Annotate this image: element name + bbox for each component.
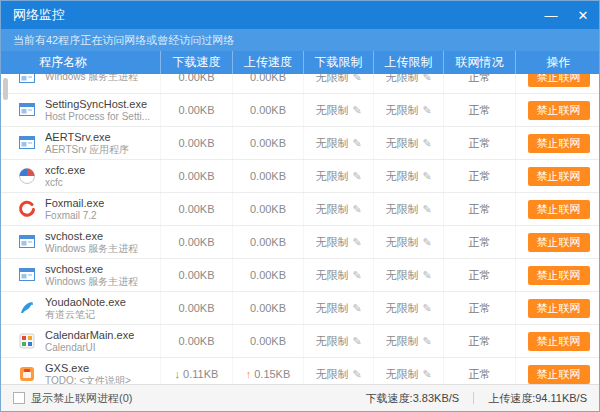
- gxs-icon: [17, 364, 37, 384]
- program-cell: Foxmail.exe Foxmail 7.2: [1, 193, 161, 225]
- download-limit-cell: 无限制✎: [304, 160, 374, 192]
- download-limit-value: 无限制: [315, 202, 348, 217]
- action-cell: 禁止联网: [516, 325, 599, 357]
- upload-limit-cell: 无限制✎: [374, 358, 444, 384]
- calendar-icon: [17, 331, 37, 351]
- block-network-button[interactable]: 禁止联网: [528, 167, 590, 186]
- download-speed-cell: 0.00KB: [161, 292, 233, 324]
- program-desc: AERTSrv 应用程序: [45, 144, 129, 156]
- block-network-button[interactable]: 禁止联网: [528, 299, 590, 318]
- table-header: 程序名称 下载速度 上传速度 下载限制 上传限制 联网情况 操作: [1, 51, 599, 74]
- block-network-button[interactable]: 禁止联网: [528, 200, 590, 219]
- program-desc: Foxmail 7.2: [45, 210, 104, 222]
- close-icon: ✕: [578, 8, 589, 23]
- edit-icon[interactable]: ✎: [422, 269, 431, 282]
- foxmail-icon: [17, 199, 37, 219]
- network-status: 正常: [444, 94, 516, 126]
- scrollbar-thumb[interactable]: [3, 78, 8, 100]
- block-network-button[interactable]: 禁止联网: [528, 365, 590, 384]
- upload-limit-cell: 无限制✎: [374, 94, 444, 126]
- edit-icon[interactable]: ✎: [422, 170, 431, 183]
- action-cell: 禁止联网: [516, 193, 599, 225]
- download-limit-value: 无限制: [315, 268, 348, 283]
- network-status: 正常: [444, 127, 516, 159]
- edit-icon[interactable]: ✎: [422, 74, 431, 84]
- download-speed-cell: 0.00KB: [161, 74, 233, 93]
- minimize-button[interactable]: —: [535, 1, 567, 29]
- action-cell: 禁止联网: [516, 358, 599, 384]
- upload-limit-value: 无限制: [385, 301, 418, 316]
- upload-limit-cell: 无限制✎: [374, 193, 444, 225]
- table-body: Windows 服务主进程 0.00KB 0.00KB 无限制✎ 无限制✎ 正常…: [1, 74, 599, 384]
- header-status: 联网情况: [444, 51, 516, 74]
- table-row: svchost.exe Windows 服务主进程 0.00KB 0.00KB …: [1, 259, 599, 292]
- program-cell: svchost.exe Windows 服务主进程: [1, 259, 161, 291]
- edit-icon[interactable]: ✎: [352, 368, 361, 381]
- program-name-block: svchost.exe Windows 服务主进程: [45, 230, 138, 255]
- edit-icon[interactable]: ✎: [422, 302, 431, 315]
- edit-icon[interactable]: ✎: [352, 302, 361, 315]
- edit-icon[interactable]: ✎: [352, 203, 361, 216]
- block-network-button[interactable]: 禁止联网: [528, 101, 590, 120]
- download-limit-value: 无限制: [315, 334, 348, 349]
- download-speed-cell: 0.00KB: [161, 94, 233, 126]
- window-title: 网络监控: [1, 6, 535, 24]
- program-desc: Windows 服务主进程: [45, 74, 138, 83]
- edit-icon[interactable]: ✎: [352, 74, 361, 84]
- xcfc-icon: [17, 166, 37, 186]
- download-speed-value: 0.11KB: [183, 368, 218, 380]
- upload-speed-cell: 0.00KB: [233, 259, 304, 291]
- block-network-button[interactable]: 禁止联网: [528, 134, 590, 153]
- network-monitor-window: 网络监控 — ✕ 当前有42程序正在访问网络或曾经访问过网络 程序名称 下载速度…: [0, 0, 600, 412]
- edit-icon[interactable]: ✎: [352, 335, 361, 348]
- program-name: svchost.exe: [45, 230, 138, 243]
- action-cell: 禁止联网: [516, 292, 599, 324]
- edit-icon[interactable]: ✎: [422, 368, 431, 381]
- table-row: SettingSyncHost.exe Host Process for Set…: [1, 94, 599, 127]
- table-row: Foxmail.exe Foxmail 7.2 0.00KB 0.00KB 无限…: [1, 193, 599, 226]
- action-cell: 禁止联网: [516, 226, 599, 258]
- header-upload-limit: 上传限制: [374, 51, 444, 74]
- header-download-speed: 下载速度: [161, 51, 233, 74]
- edit-icon[interactable]: ✎: [422, 236, 431, 249]
- program-name-block: GXS.exe TODO: <文件说明>: [45, 362, 131, 385]
- download-speed-cell: 0.00KB: [161, 160, 233, 192]
- edit-icon[interactable]: ✎: [422, 137, 431, 150]
- windows-exe-icon: [17, 133, 37, 153]
- block-network-button[interactable]: 禁止联网: [528, 332, 590, 351]
- show-blocked-checkbox[interactable]: [13, 392, 25, 404]
- close-button[interactable]: ✕: [567, 1, 599, 29]
- header-upload-speed: 上传速度: [233, 51, 304, 74]
- program-desc: Host Process for Setti...: [45, 111, 150, 123]
- program-name: YoudaoNote.exe: [45, 296, 126, 309]
- action-cell: 禁止联网: [516, 74, 599, 93]
- program-name-block: Foxmail.exe Foxmail 7.2: [45, 197, 104, 222]
- upload-limit-value: 无限制: [385, 136, 418, 151]
- edit-icon[interactable]: ✎: [422, 335, 431, 348]
- download-limit-value: 无限制: [315, 74, 348, 85]
- upload-speed-cell: ↑0.15KB: [233, 358, 304, 384]
- program-cell: CalendarMain.exe CalendarUI: [1, 325, 161, 357]
- edit-icon[interactable]: ✎: [352, 170, 361, 183]
- upload-speed-total: 94.11KB/S: [535, 392, 587, 404]
- block-network-button[interactable]: 禁止联网: [528, 74, 590, 87]
- windows-exe-icon: [17, 265, 37, 285]
- edit-icon[interactable]: ✎: [422, 203, 431, 216]
- edit-icon[interactable]: ✎: [352, 104, 361, 117]
- edit-icon[interactable]: ✎: [352, 236, 361, 249]
- program-cell: SettingSyncHost.exe Host Process for Set…: [1, 94, 161, 126]
- download-limit-cell: 无限制✎: [304, 259, 374, 291]
- edit-icon[interactable]: ✎: [422, 104, 431, 117]
- program-name: Foxmail.exe: [45, 197, 104, 210]
- upload-speed-cell: 0.00KB: [233, 160, 304, 192]
- upload-limit-value: 无限制: [385, 268, 418, 283]
- edit-icon[interactable]: ✎: [352, 137, 361, 150]
- block-network-button[interactable]: 禁止联网: [528, 233, 590, 252]
- upload-speed-cell: 0.00KB: [233, 325, 304, 357]
- header-program-name: 程序名称: [1, 51, 161, 74]
- download-limit-cell: 无限制✎: [304, 127, 374, 159]
- block-network-button[interactable]: 禁止联网: [528, 266, 590, 285]
- titlebar: 网络监控 — ✕: [1, 1, 599, 29]
- edit-icon[interactable]: ✎: [352, 269, 361, 282]
- upload-limit-value: 无限制: [385, 235, 418, 250]
